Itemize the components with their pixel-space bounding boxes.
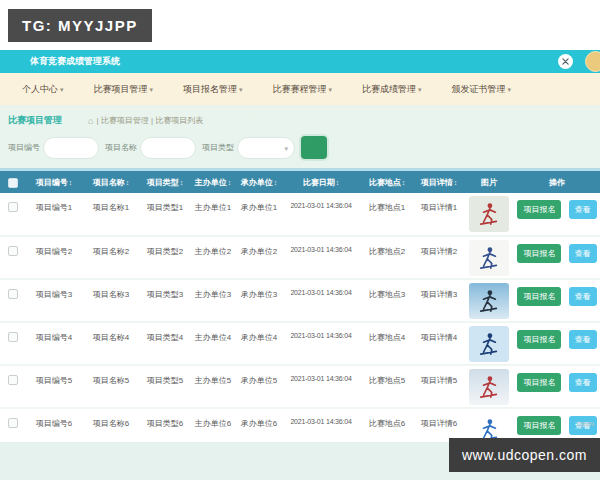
column-header-label: 承办单位 xyxy=(241,178,273,187)
sort-icon[interactable]: ↕ xyxy=(402,179,406,186)
project-code-cell: 项目编号3 xyxy=(26,279,82,322)
projects-table: 项目编号↕ 项目名称↕ 项目类型↕ 主办单位↕ 承办单位↕ 比赛日期↕ 比赛地点… xyxy=(0,171,600,442)
host-unit-cell: 主办单位5 xyxy=(190,365,236,408)
register-button[interactable]: 项目报名 xyxy=(517,330,561,349)
view-button[interactable]: 查看 xyxy=(569,200,597,219)
row-select-cell xyxy=(0,279,26,322)
view-button[interactable]: 查看 xyxy=(569,330,597,349)
register-button[interactable]: 项目报名 xyxy=(517,373,561,392)
chevron-down-icon: ▾ xyxy=(418,86,422,93)
view-button[interactable]: 查看 xyxy=(569,373,597,392)
fullscreen-button[interactable] xyxy=(558,54,573,69)
row-select-cell xyxy=(0,236,26,279)
competition-date-cell: 2021-03-01 14:36:04 xyxy=(282,193,360,236)
project-detail-cell: 项目详情2 xyxy=(414,236,464,279)
sort-icon[interactable]: ↕ xyxy=(69,179,73,186)
name-input[interactable] xyxy=(140,137,196,159)
row-checkbox[interactable] xyxy=(8,375,18,385)
type-label: 项目类型 xyxy=(202,142,234,153)
competition-date-cell: 2021-03-01 14:36:04 xyxy=(282,322,360,365)
register-button[interactable]: 项目报名 xyxy=(517,416,561,435)
undertaker-unit-cell: 承办单位3 xyxy=(236,279,282,322)
column-header-label: 操作 xyxy=(549,178,565,187)
column-header[interactable]: 操作 xyxy=(514,171,600,193)
breadcrumb-trail: ⌂ | 比赛项目管理 | 比赛项目列表 xyxy=(88,115,203,126)
host-unit-cell: 主办单位4 xyxy=(190,322,236,365)
column-header[interactable]: 项目编号↕ xyxy=(26,171,82,193)
column-header[interactable]: 项目类型↕ xyxy=(140,171,190,193)
search-bar: 项目编号 项目名称 项目类型 ▾ xyxy=(0,131,600,168)
app-title: 体育竞赛成绩管理系统 xyxy=(30,55,120,68)
row-checkbox[interactable] xyxy=(8,246,18,256)
column-header-label: 比赛日期 xyxy=(303,178,335,187)
row-checkbox[interactable] xyxy=(8,418,18,428)
menu-item[interactable]: 比赛赛程管理▾ xyxy=(273,83,333,96)
photo-cell xyxy=(464,279,514,322)
column-header[interactable]: 项目详情↕ xyxy=(414,171,464,193)
view-button[interactable]: 查看 xyxy=(569,244,597,263)
actions-cell: 项目报名 查看 xyxy=(514,365,600,408)
project-type-cell: 项目类型2 xyxy=(140,236,190,279)
sort-icon[interactable]: ↕ xyxy=(228,179,232,186)
chevron-down-icon: ▾ xyxy=(150,86,154,93)
home-icon[interactable]: ⌂ xyxy=(88,116,93,126)
menu-item[interactable]: 颁发证书管理▾ xyxy=(452,83,512,96)
column-header[interactable]: 主办单位↕ xyxy=(190,171,236,193)
project-name-cell: 项目名称3 xyxy=(82,279,140,322)
competition-place-cell: 比赛地点4 xyxy=(360,322,414,365)
sort-icon[interactable]: ↕ xyxy=(454,179,458,186)
tg-badge: TG: MYYJJPP xyxy=(8,9,152,42)
undertaker-unit-cell: 承办单位5 xyxy=(236,365,282,408)
ski-jump-photo xyxy=(469,240,509,276)
menu-item[interactable]: 比赛项目管理▾ xyxy=(94,83,154,96)
sort-icon[interactable]: ↕ xyxy=(126,179,130,186)
column-header-label: 图片 xyxy=(481,178,497,187)
column-header[interactable]: 承办单位↕ xyxy=(236,171,282,193)
code-input[interactable] xyxy=(43,137,99,159)
alpine-ski-photo xyxy=(469,283,509,319)
athlete-icon xyxy=(478,331,500,357)
menu-item[interactable]: 个人中心▾ xyxy=(22,83,64,96)
competition-place-cell: 比赛地点1 xyxy=(360,193,414,236)
row-checkbox[interactable] xyxy=(8,332,18,342)
column-header[interactable]: 比赛地点↕ xyxy=(360,171,414,193)
column-header[interactable]: 图片 xyxy=(464,171,514,193)
chevron-down-icon: ▾ xyxy=(239,86,243,93)
project-name-cell: 项目名称1 xyxy=(82,193,140,236)
table-header-row: 项目编号↕ 项目名称↕ 项目类型↕ 主办单位↕ 承办单位↕ 比赛日期↕ 比赛地点… xyxy=(0,171,600,193)
table-row: 项目编号3 项目名称3 项目类型3 主办单位3 承办单位3 2021-03-01… xyxy=(0,279,600,322)
select-all-checkbox[interactable] xyxy=(8,178,18,188)
chevron-down-icon: ▾ xyxy=(60,86,64,93)
sort-icon[interactable]: ↕ xyxy=(336,179,340,186)
register-button[interactable]: 项目报名 xyxy=(517,287,561,306)
register-button[interactable]: 项目报名 xyxy=(517,200,561,219)
type-select[interactable]: ▾ xyxy=(237,137,295,159)
row-checkbox[interactable] xyxy=(8,289,18,299)
photo-cell xyxy=(464,193,514,236)
user-avatar[interactable] xyxy=(585,51,600,72)
project-detail-cell: 项目详情3 xyxy=(414,279,464,322)
chevron-down-icon: ▾ xyxy=(284,145,288,153)
project-type-cell: 项目类型3 xyxy=(140,279,190,322)
competition-date-cell: 2021-03-01 14:36:04 xyxy=(282,408,360,442)
table-row: 项目编号6 项目名称6 项目类型6 主办单位6 承办单位6 2021-03-01… xyxy=(0,408,600,442)
chevron-down-icon: ▾ xyxy=(329,86,333,93)
register-button[interactable]: 项目报名 xyxy=(517,244,561,263)
host-unit-cell: 主办单位1 xyxy=(190,193,236,236)
competition-place-cell: 比赛地点2 xyxy=(360,236,414,279)
project-name-cell: 项目名称5 xyxy=(82,365,140,408)
athlete-icon xyxy=(478,288,500,314)
menu-item-label: 个人中心 xyxy=(22,84,58,94)
menu-item[interactable]: 项目报名管理▾ xyxy=(183,83,243,96)
view-button[interactable]: 查看 xyxy=(569,287,597,306)
photo-cell xyxy=(464,322,514,365)
undertaker-unit-cell: 承办单位1 xyxy=(236,193,282,236)
sort-icon[interactable]: ↕ xyxy=(274,179,278,186)
sort-icon[interactable]: ↕ xyxy=(180,179,184,186)
column-header[interactable]: 比赛日期↕ xyxy=(282,171,360,193)
row-checkbox[interactable] xyxy=(8,202,18,212)
menu-item[interactable]: 比赛成绩管理▾ xyxy=(362,83,422,96)
column-header-label: 项目编号 xyxy=(36,178,68,187)
column-header[interactable]: 项目名称↕ xyxy=(82,171,140,193)
search-button[interactable] xyxy=(301,136,327,159)
